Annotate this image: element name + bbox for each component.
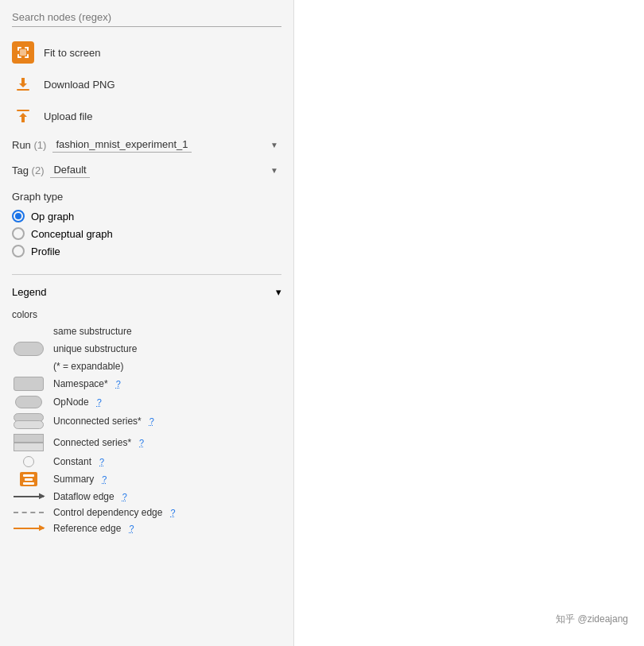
connected-series-icon <box>12 434 45 451</box>
tag-select-wrapper: Default <box>50 162 281 178</box>
connected-series-label: Connected series* <box>53 437 131 448</box>
radio-profile-indicator <box>12 245 25 257</box>
legend-control-edge: Control dependency edge ? <box>12 505 281 520</box>
tag-label: Tag (2) <box>12 164 44 176</box>
constant-label: Constant <box>53 456 91 467</box>
radio-op-graph-indicator <box>12 210 25 222</box>
reference-edge-icon <box>12 528 45 529</box>
legend-expandable-note: (* = expandable) <box>12 358 281 374</box>
summary-bar-2 <box>25 478 33 481</box>
unconnected-series-label: Unconnected series* <box>53 416 142 427</box>
tag-field-row: Tag (2) Default <box>12 162 281 178</box>
opnode-shape <box>15 396 42 408</box>
control-edge-shape <box>14 512 44 513</box>
run-label: Run (1) <box>12 139 46 151</box>
radio-profile[interactable]: Profile <box>12 242 281 260</box>
summary-bar-1 <box>23 474 34 477</box>
namespace-help[interactable]: ? <box>116 379 121 389</box>
svg-rect-1 <box>17 47 19 51</box>
connected-series-help[interactable]: ? <box>139 438 144 447</box>
control-dependency-label: Control dependency edge <box>53 507 162 518</box>
legend-dataflow-edge: Dataflow edge ? <box>12 489 281 505</box>
namespace-icon <box>12 377 45 391</box>
svg-rect-7 <box>27 54 29 58</box>
svg-rect-3 <box>27 47 29 51</box>
graph-type-section: Graph type Op graph Conceptual graph Pro… <box>12 191 281 260</box>
opnode-label: OpNode <box>53 396 89 408</box>
reference-edge-shape <box>14 528 44 529</box>
colors-label: colors <box>12 309 281 320</box>
legend-chevron-icon: ▾ <box>276 286 281 298</box>
legend-connected-series: Connected series* ? <box>12 431 281 454</box>
right-panel: output Net input 知乎 @zideajang <box>294 0 644 646</box>
unique-substructure-shape <box>14 342 44 356</box>
legend-header[interactable]: Legend ▾ <box>12 281 281 303</box>
download-png-button[interactable]: Download PNG <box>12 68 281 100</box>
unconnected-series-icon <box>12 413 45 429</box>
control-edge-icon <box>12 512 45 513</box>
legend-unique-substructure: unique substructure <box>12 339 281 358</box>
same-substructure-label: same substructure <box>53 326 132 337</box>
dataflow-edge-help[interactable]: ? <box>122 492 127 501</box>
svg-rect-10 <box>17 110 29 111</box>
constant-shape <box>23 456 34 467</box>
tag-select[interactable]: Default <box>50 162 90 178</box>
legend-namespace: Namespace* ? <box>12 374 281 393</box>
legend-constant: Constant ? <box>12 454 281 470</box>
left-panel: Fit to screen Download PNG Upload file R… <box>0 0 294 646</box>
opnode-help[interactable]: ? <box>97 397 102 407</box>
upload-file-button[interactable]: Upload file <box>12 100 281 132</box>
legend-reference-edge: Reference edge ? <box>12 520 281 536</box>
divider-1 <box>12 274 281 275</box>
run-select[interactable]: fashion_mnist_experiment_1 <box>52 137 192 153</box>
run-field-row: Run (1) fashion_mnist_experiment_1 <box>12 137 281 153</box>
summary-bar-3 <box>23 482 34 485</box>
expandable-label: (* = expandable) <box>53 361 123 372</box>
namespace-shape <box>14 377 44 391</box>
opnode-icon <box>12 396 45 408</box>
upload-icon <box>12 105 34 127</box>
svg-rect-5 <box>17 54 19 58</box>
summary-shape <box>20 472 37 486</box>
control-edge-help[interactable]: ? <box>170 508 175 517</box>
legend-opnode: OpNode ? <box>12 393 281 411</box>
reference-edge-help[interactable]: ? <box>129 524 134 533</box>
download-png-label: Download PNG <box>44 79 115 91</box>
watermark: 知乎 @zideajang <box>556 613 628 626</box>
svg-rect-8 <box>20 49 26 56</box>
svg-rect-9 <box>17 89 29 91</box>
radio-conceptual-graph-label: Conceptual graph <box>31 228 113 240</box>
summary-label: Summary <box>53 474 94 485</box>
radio-op-graph-label: Op graph <box>31 211 74 222</box>
fit-to-screen-button[interactable]: Fit to screen <box>12 37 281 68</box>
legend-content: colors same substructure unique substruc… <box>12 303 281 543</box>
legend-title: Legend <box>12 286 46 298</box>
reference-edge-label: Reference edge <box>53 523 121 534</box>
unique-substructure-icon <box>12 342 45 356</box>
constant-icon <box>12 456 45 467</box>
summary-help[interactable]: ? <box>102 474 107 484</box>
namespace-label: Namespace* <box>53 378 108 389</box>
radio-conceptual-graph[interactable]: Conceptual graph <box>12 225 281 242</box>
dataflow-edge-label: Dataflow edge <box>53 491 114 502</box>
legend-summary: Summary ? <box>12 470 281 489</box>
graph-canvas[interactable]: output Net input 知乎 @zideajang <box>294 0 644 646</box>
constant-help[interactable]: ? <box>99 457 104 466</box>
search-input[interactable] <box>12 8 281 27</box>
dataflow-edge-icon <box>12 496 45 497</box>
radio-op-graph[interactable]: Op graph <box>12 207 281 225</box>
graph-type-title: Graph type <box>12 191 281 203</box>
legend-unconnected-series: Unconnected series* ? <box>12 411 281 431</box>
upload-file-label: Upload file <box>44 110 92 122</box>
run-select-wrapper: fashion_mnist_experiment_1 <box>52 137 281 153</box>
summary-icon <box>12 472 45 486</box>
unique-substructure-label: unique substructure <box>53 343 137 354</box>
unconnected-series-help[interactable]: ? <box>149 416 154 426</box>
radio-profile-label: Profile <box>31 246 60 257</box>
fit-to-screen-label: Fit to screen <box>44 47 101 59</box>
download-icon <box>12 73 34 95</box>
radio-conceptual-graph-indicator <box>12 227 25 240</box>
fit-screen-icon <box>12 41 34 64</box>
dataflow-edge-shape <box>14 496 44 497</box>
legend-same-substructure: same substructure <box>12 323 281 339</box>
